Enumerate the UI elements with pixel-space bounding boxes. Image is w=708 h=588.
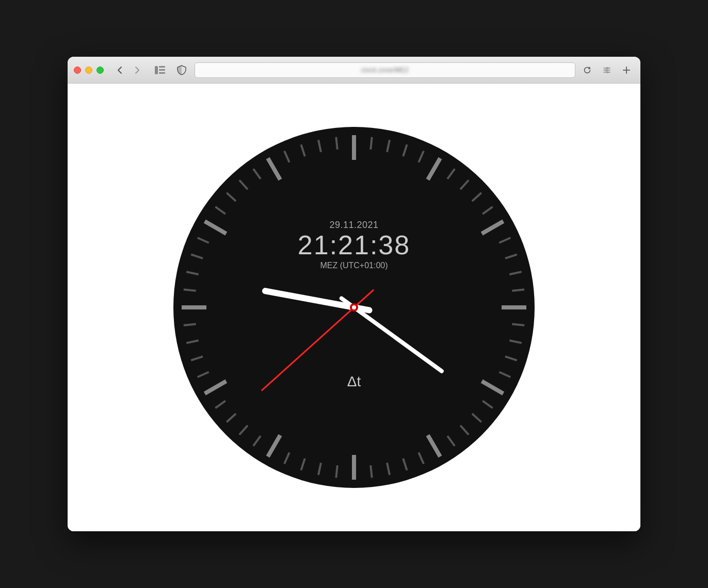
minimize-button[interactable] xyxy=(85,67,92,74)
svg-line-55 xyxy=(192,255,202,258)
svg-line-49 xyxy=(192,357,202,360)
svg-line-46 xyxy=(216,401,224,407)
svg-line-34 xyxy=(404,460,407,469)
svg-line-25 xyxy=(506,357,516,360)
address-text: clock.zone/MEZ xyxy=(361,67,409,74)
svg-line-21 xyxy=(513,290,523,291)
svg-line-41 xyxy=(285,453,289,463)
svg-line-27 xyxy=(484,382,502,393)
svg-line-31 xyxy=(448,437,454,445)
svg-line-62 xyxy=(269,160,279,178)
traffic-lights xyxy=(74,67,104,74)
svg-line-8 xyxy=(371,138,372,149)
svg-line-24 xyxy=(510,340,521,342)
svg-line-58 xyxy=(216,207,224,214)
shield-button[interactable] xyxy=(173,63,190,77)
svg-line-65 xyxy=(318,141,320,151)
svg-rect-0 xyxy=(155,66,158,74)
browser-window: clock.zone/MEZ xyxy=(68,57,640,531)
clock-delta: Δt xyxy=(347,373,361,390)
svg-line-43 xyxy=(254,437,260,445)
svg-line-36 xyxy=(371,466,372,477)
sidebar-button[interactable] xyxy=(151,63,169,77)
reload-button[interactable] xyxy=(580,63,595,77)
svg-line-64 xyxy=(301,145,304,155)
svg-line-28 xyxy=(484,401,492,407)
forward-button[interactable] xyxy=(130,63,145,77)
svg-line-42 xyxy=(269,437,279,455)
svg-line-40 xyxy=(301,460,304,469)
clock-timezone: MEZ (UTC+01:00) xyxy=(298,261,410,270)
svg-point-6 xyxy=(607,71,608,73)
maximize-button[interactable] xyxy=(96,67,104,74)
svg-line-32 xyxy=(429,437,439,455)
extensions-button[interactable] xyxy=(599,63,615,77)
clock-face: 29.11.2021 21:21:38 MEZ (UTC+01:00) Δt xyxy=(173,127,535,488)
svg-line-16 xyxy=(484,207,492,214)
back-button[interactable] xyxy=(112,63,127,77)
svg-line-39 xyxy=(318,464,320,474)
svg-line-48 xyxy=(199,372,208,377)
clock-date: 29.11.2021 xyxy=(298,220,410,231)
svg-point-71 xyxy=(352,305,356,309)
svg-line-17 xyxy=(484,222,502,233)
clock-container: 29.11.2021 21:21:38 MEZ (UTC+01:00) Δt xyxy=(173,127,535,488)
svg-line-59 xyxy=(228,193,235,200)
svg-line-57 xyxy=(206,222,224,233)
svg-line-60 xyxy=(240,181,247,189)
svg-line-54 xyxy=(187,272,198,274)
svg-line-47 xyxy=(206,382,224,393)
svg-line-44 xyxy=(240,426,247,434)
svg-line-51 xyxy=(185,324,195,325)
svg-line-23 xyxy=(513,324,523,325)
svg-point-5 xyxy=(606,69,607,71)
titlebar: clock.zone/MEZ xyxy=(68,57,640,84)
svg-line-9 xyxy=(387,141,389,151)
svg-line-18 xyxy=(500,238,509,242)
address-bar[interactable]: clock.zone/MEZ xyxy=(195,62,575,78)
clock-time: 21:21:38 xyxy=(298,231,410,260)
svg-rect-2 xyxy=(159,69,165,71)
svg-line-12 xyxy=(429,160,439,178)
svg-line-15 xyxy=(473,193,480,200)
svg-line-13 xyxy=(448,170,454,178)
svg-line-38 xyxy=(336,466,337,477)
svg-line-61 xyxy=(254,170,260,178)
browser-content: 29.11.2021 21:21:38 MEZ (UTC+01:00) Δt xyxy=(68,84,640,531)
svg-line-30 xyxy=(461,426,468,434)
svg-line-50 xyxy=(187,340,198,342)
svg-line-33 xyxy=(419,453,423,463)
svg-line-11 xyxy=(419,152,423,161)
svg-point-4 xyxy=(607,67,608,69)
clock-svg xyxy=(173,127,535,488)
svg-line-66 xyxy=(336,138,337,149)
svg-line-10 xyxy=(404,145,407,155)
svg-line-63 xyxy=(285,152,289,161)
svg-rect-1 xyxy=(159,66,165,68)
svg-rect-3 xyxy=(159,72,165,74)
svg-line-35 xyxy=(387,464,389,474)
svg-line-26 xyxy=(500,372,509,377)
svg-line-53 xyxy=(185,290,195,291)
svg-line-14 xyxy=(461,181,468,189)
svg-line-56 xyxy=(199,238,208,242)
nav-buttons xyxy=(112,63,145,77)
svg-line-19 xyxy=(506,255,516,258)
close-button[interactable] xyxy=(74,67,81,74)
svg-line-29 xyxy=(473,414,480,421)
svg-line-45 xyxy=(228,414,235,421)
new-tab-button[interactable] xyxy=(619,63,634,77)
clock-info: 29.11.2021 21:21:38 MEZ (UTC+01:00) xyxy=(298,220,410,270)
svg-line-20 xyxy=(510,272,521,274)
